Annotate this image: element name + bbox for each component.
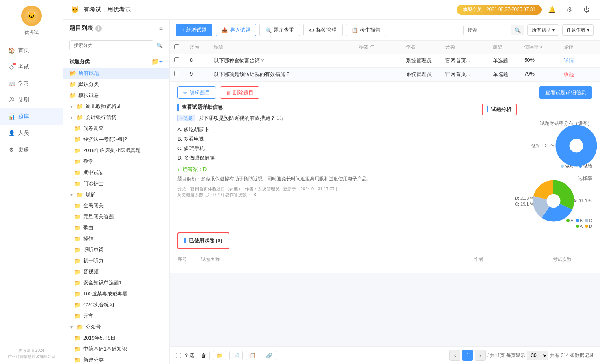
cat-wechat[interactable]: ▼ 📁 公众号 (63, 321, 169, 332)
bottom-select-all[interactable] (176, 353, 181, 358)
share-selected-button[interactable]: 🔗 (263, 351, 276, 360)
used-exams-section: 已使用试卷 (3) (177, 232, 229, 249)
import-icon: 📥 (222, 27, 228, 33)
header-index: 序号 (190, 44, 214, 50)
power-icon[interactable]: ⏻ (581, 4, 592, 15)
cat-newyear[interactable]: 📁 元旦闯关答题 (63, 211, 169, 222)
author-filter[interactable]: 任意作者 ▾ (562, 24, 594, 36)
folder-icon: 📁 (76, 103, 83, 110)
cat-tcm[interactable]: 📁 中药基础1基础知识 (63, 344, 169, 355)
row-checkbox[interactable] (174, 57, 190, 63)
folder-icon: 📁 (69, 92, 76, 98)
cat-all-questions[interactable]: 📂 所有试题 (63, 68, 169, 79)
cat-label: 数学 (83, 158, 93, 165)
cat-lantern[interactable]: 📁 元宵 (63, 310, 169, 321)
a-pct-label: A: 31.9 % (573, 199, 592, 203)
option-b: B. 多看电视 (177, 134, 475, 144)
row-checkbox[interactable] (174, 71, 190, 77)
membership-badge[interactable]: 旗舰会员：2021.08.27-2025.07.31 (457, 5, 542, 15)
current-page[interactable]: 1 (462, 350, 473, 361)
edit-question-button[interactable]: ✏ 编辑题目 (177, 86, 216, 99)
cat-coal[interactable]: ▼ 📁 煤矿 (63, 189, 169, 200)
search-icon[interactable]: 🔍 (157, 43, 163, 48)
dedup-button[interactable]: 🔍 题库查重 (259, 24, 300, 36)
search-button[interactable]: 🔍 (511, 25, 524, 35)
cat-2018medical[interactable]: 📁 2018年临床执业医师真题 (63, 145, 169, 156)
cat-listening[interactable]: 📁 初一听力 (63, 255, 169, 266)
nav-study[interactable]: 📖 学习 (0, 75, 63, 92)
nav-home[interactable]: 🏠 首页 (0, 42, 63, 59)
folder-icon: 📁 (74, 225, 81, 231)
delete-question-button[interactable]: 🗑 删除题目 (220, 86, 259, 99)
selection-labels: D: 21.3 % C: 19.1 % (515, 196, 534, 206)
cat-2019[interactable]: 📁 2019年5月8日 (63, 332, 169, 344)
folder-icon: 📁 (74, 313, 81, 319)
nav-exam-label: 考试 (18, 63, 29, 71)
prev-page-button[interactable]: ‹ (449, 350, 460, 361)
cat-midterm[interactable]: 📁 期中试卷 (63, 167, 169, 178)
row-action[interactable]: 收起 (564, 71, 595, 78)
settings-icon[interactable]: ⚙ (564, 4, 575, 15)
tag-manage-button[interactable]: 🏷 标签管理 (303, 24, 343, 36)
cat-accounting[interactable]: ▼ 📁 会计银行信贷 (63, 112, 169, 123)
cat-words[interactable]: 📁 识听单词 (63, 244, 169, 255)
cat-label: 识听单词 (83, 246, 104, 253)
copy-selected-button[interactable]: 📋 (246, 351, 259, 360)
nav-people[interactable]: 👤 人员 (0, 125, 63, 141)
cat-label: 安全知识单选题1 (83, 279, 122, 286)
per-page-select[interactable]: 30 50 100 (527, 351, 548, 360)
nav-exam[interactable]: ◇ 考试 (0, 59, 63, 75)
nav-ai[interactable]: Ⓐ 艾刷 (0, 92, 63, 108)
add-question-button[interactable]: + 新增试题 (176, 24, 212, 36)
cat-video[interactable]: 📁 音视频 (63, 266, 169, 277)
type-filter[interactable]: 所有题型 ▾ (527, 24, 559, 36)
cat-mock[interactable]: 📁 模拟试卷 (63, 90, 169, 101)
cat-label: 会计银行信贷 (86, 114, 116, 121)
nav-question-bank[interactable]: 📊 题库 (0, 108, 63, 125)
header-checkbox[interactable] (174, 44, 190, 50)
folder-icon: 📁 (76, 191, 83, 198)
select-all-checkbox[interactable] (174, 44, 179, 49)
cat-economics[interactable]: 📁 经济法—考前冲刺2 (63, 134, 169, 145)
cat-cvc[interactable]: 📁 CVC头音练习 (63, 299, 169, 310)
cat-challenge[interactable]: 📁 全民闯关 (63, 200, 169, 211)
export-selected-button[interactable]: 📄 (229, 351, 243, 360)
student-report-button[interactable]: 📋 考生报告 (346, 24, 386, 36)
add-category-icon[interactable]: 📁+ (151, 58, 163, 65)
total-records: 共有 314 条数据记录 (550, 352, 594, 359)
cat-operation[interactable]: 📁 操作 (63, 233, 169, 244)
toggle-icon: ▼ (69, 325, 73, 329)
cat-math[interactable]: 📁 数学 (63, 156, 169, 167)
cat-clinic[interactable]: 📁 门诊护士 (63, 178, 169, 189)
move-selected-button[interactable]: 📁 (213, 351, 226, 360)
panel-menu-icon[interactable]: ≡ (159, 25, 163, 32)
sel-legend-2: A D (482, 224, 592, 228)
category-search-input[interactable] (69, 40, 153, 50)
cat-label: 元旦闯关答题 (83, 213, 114, 220)
cat-label: 全民闯关 (83, 202, 104, 209)
cat-new-cat[interactable]: 📁 新建分类 (63, 355, 169, 364)
search-input[interactable] (464, 25, 511, 35)
panel-info-icon: ℹ (95, 25, 102, 32)
nav-more[interactable]: ⚙ 更多 (0, 141, 63, 158)
row-title: 以下哪项是预防近视的有效措施？ (214, 71, 359, 78)
cat-drug[interactable]: 📁 100道禁毒成戒毒题 (63, 288, 169, 299)
view-detail-button[interactable]: 查看试题详细信息 (539, 86, 592, 99)
cat-survey[interactable]: 📁 问卷调查 (63, 123, 169, 134)
cat-preschool[interactable]: ▼ 📁 幼儿教师资格证 (63, 101, 169, 112)
cat-safety[interactable]: 📁 安全知识单选题1 (63, 277, 169, 288)
cat-default[interactable]: 📁 默认分类 (63, 79, 169, 90)
topbar-title: 有考试，用优考试 (84, 6, 452, 13)
next-page-button[interactable]: › (475, 350, 486, 361)
detail-content: 查看试题详细信息 单选题 以下哪项是预防近视的有效措施？ 1分 A. 多吃胡萝卜… (177, 104, 592, 228)
chevron-down-icon: ▾ (552, 27, 555, 33)
notification-icon[interactable]: 🔔 (546, 4, 557, 15)
import-question-button[interactable]: 📥 导入试题 (216, 24, 256, 36)
used-header-count: 考试次数 (553, 256, 592, 263)
dedup-icon: 🔍 (265, 27, 272, 33)
delete-selected-button[interactable]: 🗑 (198, 351, 210, 360)
row-action[interactable]: 详情 (564, 57, 595, 64)
folder-icon: 📁 (76, 324, 83, 330)
c-pct-label: C: 19.1 % (515, 202, 534, 206)
cat-song[interactable]: 📁 歌曲 (63, 222, 169, 233)
